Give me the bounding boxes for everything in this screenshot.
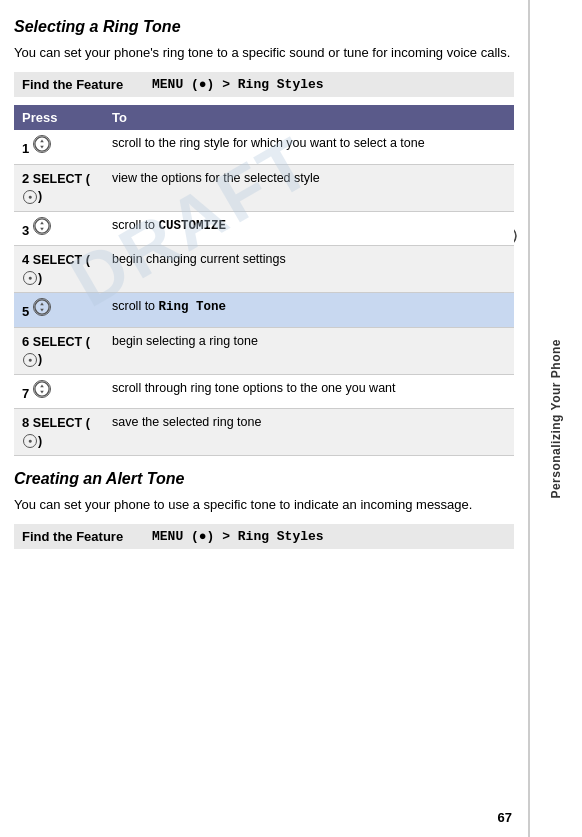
step-to-cell: begin changing current settings	[104, 246, 514, 293]
svg-marker-3	[40, 146, 44, 149]
table-row: 7 scroll through ring tone options to th…	[14, 374, 514, 409]
find-feature-row: Find the Feature MENU (●) > Ring Styles	[14, 72, 514, 97]
table-header-row: Press To	[14, 105, 514, 130]
step-press-label: SELECT (●)	[22, 253, 90, 285]
col-to: To	[104, 105, 514, 130]
step-press-cell: 1	[14, 130, 104, 164]
svg-point-4	[35, 219, 49, 233]
svg-marker-6	[40, 227, 44, 230]
step-number: 4	[22, 252, 33, 267]
table-row: 6 SELECT (●)begin selecting a ring tone	[14, 327, 514, 374]
step-to-cell: begin selecting a ring tone	[104, 327, 514, 374]
step-press-label: SELECT (●)	[22, 416, 90, 448]
col-press: Press	[14, 105, 104, 130]
section1-title: Selecting a Ring Tone	[14, 18, 514, 36]
svg-point-1	[35, 137, 49, 151]
step-press-cell: 4 SELECT (●)	[14, 246, 104, 293]
table-row: 5 scroll to Ring Tone	[14, 293, 514, 328]
sidebar: Personalizing Your Phone	[530, 0, 582, 837]
svg-marker-9	[40, 309, 44, 312]
svg-marker-5	[40, 221, 44, 224]
svg-point-10	[35, 382, 49, 396]
step-number: 5	[22, 304, 33, 319]
svg-point-7	[35, 300, 49, 314]
step-press-label: SELECT (●)	[22, 172, 90, 204]
section2-intro: You can set your phone to use a specific…	[14, 496, 514, 514]
table-row: 4 SELECT (●)begin changing current setti…	[14, 246, 514, 293]
find-feature-value-2: MENU (●) > Ring Styles	[152, 529, 324, 544]
steps-table: Press To 1 scroll to the ring style for …	[14, 105, 514, 456]
step-press-cell: 5	[14, 293, 104, 328]
step-to-cell: scroll to CUSTOMIZE	[104, 211, 514, 246]
scroll-icon	[33, 298, 51, 316]
svg-marker-2	[40, 140, 44, 143]
step-to-cell: scroll through ring tone options to the …	[104, 374, 514, 409]
page-number: 67	[498, 810, 512, 825]
step-number: 7	[22, 386, 33, 401]
scroll-icon	[33, 135, 51, 153]
step-to-cell: save the selected ring tone	[104, 409, 514, 456]
section2-title: Creating an Alert Tone	[14, 470, 514, 488]
scroll-icon	[33, 217, 51, 235]
step-number: 8	[22, 415, 33, 430]
step-to-cell: scroll to Ring Tone	[104, 293, 514, 328]
step-number: 1	[22, 141, 33, 156]
step-press-cell: 2 SELECT (●)	[14, 164, 104, 211]
table-row: 2 SELECT (●)view the options for the sel…	[14, 164, 514, 211]
table-row: 8 SELECT (●)save the selected ring tone	[14, 409, 514, 456]
step-number: 6	[22, 334, 33, 349]
step-number: 2	[22, 171, 33, 186]
step-number: 3	[22, 223, 33, 238]
table-row: 1 scroll to the ring style for which you…	[14, 130, 514, 164]
section1-intro: You can set your phone's ring tone to a …	[14, 44, 514, 62]
step-press-cell: 8 SELECT (●)	[14, 409, 104, 456]
scroll-icon	[33, 380, 51, 398]
table-row: 3 scroll to CUSTOMIZE	[14, 211, 514, 246]
find-feature-row-2: Find the Feature MENU (●) > Ring Styles	[14, 524, 514, 549]
find-feature-label-2: Find the Feature	[22, 529, 152, 544]
find-feature-value: MENU (●) > Ring Styles	[152, 77, 324, 92]
step-press-label: SELECT (●)	[22, 335, 90, 367]
step-press-cell: 7	[14, 374, 104, 409]
step-to-cell: view the options for the selected style	[104, 164, 514, 211]
step-press-cell: 3	[14, 211, 104, 246]
svg-marker-8	[40, 303, 44, 306]
step-to-cell: scroll to the ring style for which you w…	[104, 130, 514, 164]
find-feature-label: Find the Feature	[22, 77, 152, 92]
main-content: Selecting a Ring Tone You can set your p…	[0, 0, 528, 571]
step-press-cell: 6 SELECT (●)	[14, 327, 104, 374]
page-container: DRAFT Personalizing Your Phone Selecting…	[0, 0, 582, 837]
sidebar-label: Personalizing Your Phone	[549, 339, 563, 499]
svg-marker-12	[40, 390, 44, 393]
svg-marker-11	[40, 384, 44, 387]
section2: Creating an Alert Tone You can set your …	[14, 470, 514, 549]
